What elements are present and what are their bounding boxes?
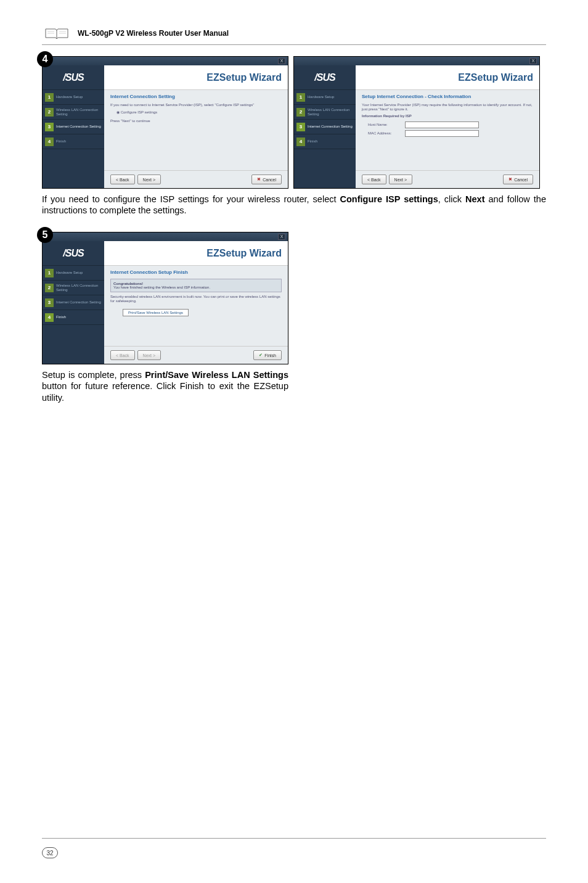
step-num: 3 (45, 298, 54, 307)
congratulations-box: Congratulations! You have finished setti… (110, 279, 282, 292)
asus-logo: /SUS (294, 65, 356, 90)
wizard-window-isp-setting: X /SUS 1Hardware Setup 2Wireless LAN Con… (42, 56, 288, 189)
step5-caption: Setup is complete, press Print/Save Wire… (42, 369, 288, 403)
wizard-title: EZSetup Wizard (104, 241, 288, 266)
step-num: 1 (45, 93, 54, 102)
wizard-sidebar: /SUS 1Hardware Setup 2Wireless LAN Conne… (43, 65, 104, 188)
titlebar: X (43, 57, 288, 65)
sidebar-item-finish[interactable]: 4Finish (43, 134, 104, 149)
next-button[interactable]: Next > (137, 175, 161, 184)
cancel-button[interactable]: ✖Cancel (251, 175, 282, 184)
step-label: Wireless LAN Connection Setting (56, 284, 102, 292)
radio-label: Configure ISP settings (121, 110, 158, 114)
asus-logo: /SUS (43, 241, 104, 266)
content-title: Internet Connection Setup Finish (110, 269, 282, 275)
press-next-text: Press "Next" to continue (110, 119, 282, 123)
step-badge-4: 4 (37, 51, 53, 67)
next-button: Next > (137, 350, 161, 360)
step-num: 4 (296, 138, 305, 146)
content-desc: If you need to connect to Internet Servi… (110, 103, 282, 107)
sidebar-item-internet[interactable]: 3Internet Connection Setting (43, 295, 104, 310)
sidebar-item-wireless[interactable]: 2Wireless LAN Connection Setting (294, 105, 356, 120)
finish-button[interactable]: ✔Finish (253, 350, 282, 360)
content-title: Internet Connection Setting (110, 94, 282, 99)
step-label: Hardware Setup (56, 95, 83, 99)
step-num: 3 (45, 123, 54, 131)
wizard-buttons: < Back Next > ✖Cancel (104, 170, 288, 188)
wizard-sidebar: /SUS 1Hardware Setup 2Wireless LAN Conne… (294, 65, 356, 188)
step-num: 2 (45, 284, 54, 292)
manual-header: WL-500gP V2 Wireless Router User Manual (42, 25, 546, 45)
back-button[interactable]: < Back (362, 175, 386, 184)
check-icon: ✔ (259, 353, 263, 358)
print-save-button[interactable]: Print/Save Wireless LAN Settings (123, 309, 189, 316)
back-button[interactable]: < Back (110, 175, 135, 184)
wizard-content: Setup Internet Connection - Check Inform… (356, 90, 539, 170)
host-name-label: Host Name: (368, 123, 405, 126)
security-text: Security-enabled wireless LAN environmen… (110, 295, 282, 303)
sidebar-item-finish[interactable]: 4Finish (294, 134, 356, 149)
page-number: 32 (42, 847, 58, 858)
host-name-input[interactable] (405, 121, 479, 128)
footer-rule (42, 838, 546, 839)
x-icon: ✖ (257, 177, 261, 182)
wizard-buttons: < Back Next > ✖Cancel (356, 170, 539, 188)
step-label: Hardware Setup (308, 95, 334, 99)
book-icon (42, 25, 71, 42)
wizard-title: EZSetup Wizard (104, 65, 288, 90)
wizard-content: Internet Connection Setting If you need … (104, 90, 288, 170)
wizard-buttons: < Back Next > ✔Finish (104, 346, 288, 364)
content-title: Setup Internet Connection - Check Inform… (362, 94, 533, 99)
sidebar-item-finish[interactable]: 4Finish (43, 310, 104, 325)
cancel-button[interactable]: ✖Cancel (503, 175, 533, 184)
step-label: Internet Connection Setting (308, 125, 353, 129)
step-num: 2 (296, 108, 305, 117)
mac-address-row: MAC Address: (368, 130, 533, 137)
close-icon[interactable]: X (529, 58, 537, 64)
step-num: 3 (296, 123, 305, 131)
step-label: Finish (56, 315, 66, 319)
step-num: 1 (296, 93, 305, 102)
sidebar-item-hardware[interactable]: 1Hardware Setup (43, 90, 104, 105)
step-num: 1 (45, 269, 54, 277)
step5-row: 5 X /SUS 1Hardware Setup 2Wireless LAN C… (42, 232, 546, 364)
step-label: Wireless LAN Connection Setting (56, 108, 102, 116)
step-num: 4 (45, 138, 54, 146)
wizard-title: EZSetup Wizard (356, 65, 539, 90)
wizard-sidebar: /SUS 1Hardware Setup 2Wireless LAN Conne… (43, 241, 104, 364)
step-label: Internet Connection Setting (56, 300, 101, 305)
sidebar-item-internet[interactable]: 3Internet Connection Setting (43, 120, 104, 134)
wizard-window-finish: X /SUS 1Hardware Setup 2Wireless LAN Con… (42, 232, 288, 364)
step-num: 4 (45, 313, 54, 322)
asus-logo: /SUS (43, 65, 104, 90)
next-button[interactable]: Next > (389, 175, 412, 184)
step-label: Wireless LAN Connection Setting (308, 108, 353, 116)
step-label: Finish (308, 139, 317, 144)
step4-caption: If you need to configure the ISP setting… (42, 194, 546, 216)
step-label: Internet Connection Setting (56, 125, 101, 129)
info-required-label: Information Required by ISP (362, 114, 533, 118)
sidebar-item-wireless[interactable]: 2Wireless LAN Connection Setting (43, 281, 104, 295)
sidebar-item-wireless[interactable]: 2Wireless LAN Connection Setting (43, 105, 104, 120)
sidebar-item-hardware[interactable]: 1Hardware Setup (43, 266, 104, 281)
close-icon[interactable]: X (278, 58, 285, 64)
sidebar-item-hardware[interactable]: 1Hardware Setup (294, 90, 356, 105)
configure-isp-radio[interactable]: ◉ Configure ISP settings (116, 110, 282, 114)
step-num: 2 (45, 108, 54, 117)
sidebar-item-internet[interactable]: 3Internet Connection Setting (294, 120, 356, 134)
host-name-row: Host Name: (368, 121, 533, 128)
content-desc: Your Internet Service Provider (ISP) may… (362, 103, 533, 112)
close-icon[interactable]: X (278, 234, 285, 240)
wizard-content: Internet Connection Setup Finish Congrat… (104, 266, 288, 346)
mac-address-input[interactable] (405, 130, 479, 137)
titlebar: X (43, 232, 288, 241)
back-button: < Back (110, 350, 135, 360)
manual-title: WL-500gP V2 Wireless Router User Manual (78, 29, 229, 38)
x-icon: ✖ (508, 177, 512, 182)
mac-address-label: MAC Address: (368, 131, 405, 135)
step-label: Finish (56, 139, 66, 144)
step4-row: 4 X /SUS 1Hardware Setup 2Wireless LAN C… (42, 56, 546, 189)
titlebar: X (294, 57, 539, 65)
step-label: Hardware Setup (56, 271, 83, 275)
congrat-text: You have finished setting the Wireless a… (113, 285, 279, 289)
